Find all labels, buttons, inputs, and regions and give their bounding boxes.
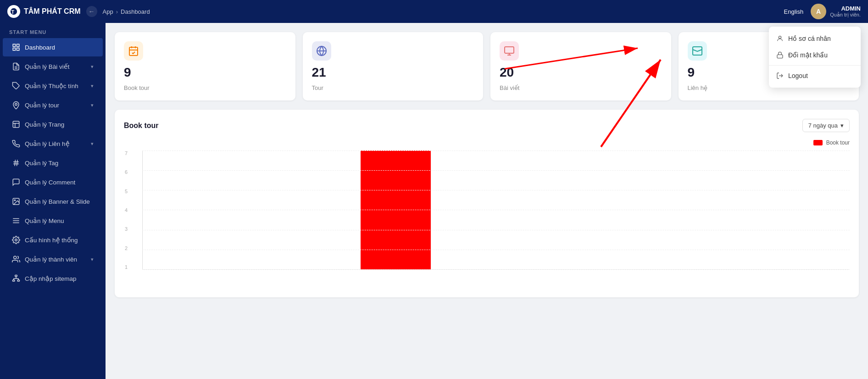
chart-filter-dropdown[interactable]: 7 ngày qua ▾	[802, 119, 850, 132]
y-label-1: 1	[125, 264, 128, 270]
chevron-down-icon: ▾	[840, 122, 844, 129]
svg-rect-13	[13, 121, 19, 128]
sidebar-item-banner[interactable]: Quản lý Banner & Slide	[3, 192, 103, 211]
svg-rect-8	[17, 48, 19, 50]
stat-number-book-tour: 9	[124, 65, 286, 80]
sidebar-item-cau-hinh-label: Cấu hình hệ thống	[25, 236, 94, 244]
stat-number-tour: 21	[312, 65, 474, 80]
bar-col-3	[345, 150, 446, 269]
sidebar-item-tag-label: Quản lý Tag	[25, 159, 94, 167]
svg-rect-34	[129, 47, 138, 56]
sidebar-item-trang[interactable]: Quản lý Trang	[3, 115, 103, 134]
svg-point-26	[14, 256, 17, 259]
svg-rect-40	[505, 47, 514, 53]
svg-rect-7	[13, 48, 15, 50]
bar-col-6	[647, 150, 747, 269]
sidebar-item-thanh-vien-label: Quản lý thành viên	[25, 256, 86, 263]
legend-label-book-tour: Book tour	[826, 139, 850, 146]
sidebar-item-dashboard[interactable]: Dashboard	[3, 38, 103, 56]
user-role: Quản trị viên.	[830, 12, 861, 18]
svg-rect-3	[777, 55, 783, 58]
chart-legend: Book tour	[124, 139, 850, 146]
dropdown-password-label: Đổi mật khẩu	[788, 51, 828, 59]
main-content: 9 Book tour 21 Tour 20 Bài viết	[106, 23, 868, 379]
sidebar-item-banner-label: Quản lý Banner & Slide	[25, 198, 94, 205]
navbar: T TÂM PHÁT CRM ← App › Dashboard English…	[0, 0, 868, 23]
sidebar-item-tag[interactable]: Quản lý Tag	[3, 154, 103, 172]
dropdown-password[interactable]: Đổi mật khẩu	[769, 47, 861, 63]
sidebar-item-bai-viet-label: Quản lý Bài viết	[25, 63, 86, 70]
sidebar-item-trang-label: Quản lý Trang	[25, 121, 94, 128]
svg-point-25	[15, 239, 17, 241]
body-layout: START MENU Dashboard Quản lý Bài viết ▾ …	[0, 23, 868, 379]
svg-line-19	[17, 160, 18, 166]
stat-card-tour: 21 Tour	[303, 32, 484, 100]
bar-col-4	[446, 150, 546, 269]
breadcrumb-separator: ›	[116, 8, 118, 15]
user-info: ADMIN Quản trị viên.	[830, 5, 861, 18]
sidebar-item-menu[interactable]: Quản lý Menu	[3, 212, 103, 230]
stat-icon-book-tour	[124, 41, 143, 61]
dropdown-logout[interactable]: Logout	[769, 67, 861, 84]
user-dropdown-menu: Hồ sơ cá nhân Đổi mật khẩu Logout	[769, 27, 861, 88]
y-label-3: 3	[125, 226, 128, 232]
sidebar: START MENU Dashboard Quản lý Bài viết ▾ …	[0, 23, 106, 379]
sidebar-item-thanh-vien-arrow: ▾	[91, 256, 94, 262]
sidebar-item-cau-hinh[interactable]: Cấu hình hệ thống	[3, 231, 103, 249]
sidebar-item-bai-viet[interactable]: Quản lý Bài viết ▾	[3, 57, 103, 76]
y-label-6: 6	[125, 169, 128, 175]
stat-label-bai-viet: Bài viết	[500, 84, 662, 91]
breadcrumb-dashboard: Dashboard	[121, 8, 150, 15]
dropdown-profile[interactable]: Hồ sơ cá nhân	[769, 30, 861, 47]
sidebar-item-thuoc-tinh[interactable]: Quản lý Thuộc tính ▾	[3, 77, 103, 95]
stat-number-bai-viet: 20	[500, 65, 662, 80]
nav-back-button[interactable]: ←	[86, 6, 97, 17]
svg-rect-6	[17, 44, 19, 46]
sidebar-item-sitemap[interactable]: Cập nhập sitemap	[3, 269, 103, 288]
user-menu-button[interactable]: A ADMIN Quản trị viên.	[811, 4, 861, 19]
breadcrumb: App › Dashboard	[103, 8, 150, 15]
stat-label-book-tour: Book tour	[124, 84, 286, 91]
stat-card-book-tour: 9 Book tour	[115, 32, 295, 100]
sidebar-item-tour[interactable]: Quản lý tour ▾	[3, 96, 103, 114]
sidebar-item-tour-label: Quản lý tour	[25, 101, 86, 109]
y-label-4: 4	[125, 207, 128, 213]
user-name: ADMIN	[830, 5, 861, 12]
chart-header: Book tour 7 ngày qua ▾	[124, 119, 850, 132]
svg-point-21	[14, 200, 15, 201]
bar-3	[361, 150, 431, 269]
breadcrumb-app: App	[103, 8, 113, 15]
sidebar-item-thanh-vien[interactable]: Quản lý thành viên ▾	[3, 250, 103, 268]
stat-icon-bai-viet	[500, 41, 519, 61]
chart-title: Book tour	[124, 122, 159, 130]
stat-label-tour: Tour	[312, 84, 474, 91]
sidebar-item-comment[interactable]: Quản lý Comment	[3, 173, 103, 191]
chart-filter-label: 7 ngày qua	[808, 122, 838, 129]
app-title: TÂM PHÁT CRM	[24, 7, 81, 16]
language-button[interactable]: English	[784, 8, 804, 15]
chart-container: 7 6 5 4 3 2 1	[124, 150, 850, 288]
stat-icon-tour	[312, 41, 331, 61]
sidebar-item-lien-he[interactable]: Quản lý Liên hệ ▾	[3, 134, 103, 153]
sidebar-item-lien-he-label: Quản lý Liên hệ	[25, 140, 86, 147]
logo-icon: T	[7, 5, 20, 18]
svg-rect-27	[15, 275, 17, 277]
legend-color-book-tour	[813, 140, 823, 145]
dropdown-divider	[769, 65, 861, 66]
sidebar-item-comment-label: Quản lý Comment	[25, 178, 94, 186]
sidebar-item-lien-he-arrow: ▾	[91, 141, 94, 147]
svg-text:T: T	[11, 9, 15, 15]
stat-icon-lien-he	[688, 41, 707, 61]
chart-section: Book tour 7 ngày qua ▾ Book tour 7 6 5	[115, 110, 859, 297]
app-logo: T TÂM PHÁT CRM	[7, 5, 81, 18]
sidebar-item-menu-label: Quản lý Menu	[25, 217, 94, 224]
bar-col-2	[245, 150, 346, 269]
bar-col-5	[546, 150, 647, 269]
dropdown-profile-label: Hồ sơ cá nhân	[788, 35, 831, 42]
stat-card-bai-viet: 20 Bài viết	[490, 32, 671, 100]
svg-rect-5	[13, 44, 15, 46]
y-label-5: 5	[125, 189, 128, 194]
navbar-right: English A ADMIN Quản trị viên. Hồ sơ cá …	[784, 4, 861, 19]
svg-rect-29	[17, 280, 20, 281]
dropdown-logout-label: Logout	[788, 72, 808, 79]
